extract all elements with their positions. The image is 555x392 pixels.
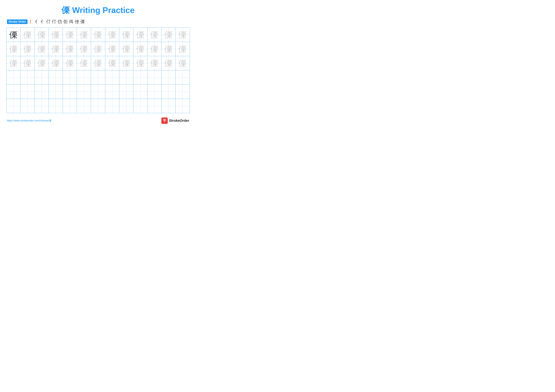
grid-cell-3-6[interactable]: 傈 (77, 56, 91, 70)
char-display: 傈 (122, 59, 130, 67)
grid-cell-4-8[interactable] (105, 70, 119, 85)
grid-cell-2-13[interactable]: 傈 (175, 42, 190, 56)
grid-cell-6-6[interactable] (77, 99, 91, 113)
grid-cell-2-9[interactable]: 傈 (119, 42, 133, 56)
grid-cell-5-3[interactable] (35, 85, 49, 99)
grid-cell-5-5[interactable] (63, 85, 77, 99)
grid-cell-5-6[interactable] (77, 85, 91, 99)
stroke-4: 仃 (46, 19, 51, 25)
stroke-sequence: 丿 亻 亻 仃 仃 仂 佢 佴 侳 傈 (29, 19, 85, 25)
grid-cell-3-5[interactable]: 傈 (63, 56, 77, 70)
char-display: 傈 (150, 31, 159, 39)
grid-cell-6-3[interactable] (35, 99, 49, 113)
grid-cell-5-11[interactable] (147, 85, 161, 99)
grid-row-3: 傈 傈 傈 傈 傈 傈 傈 傈 傈 傈 傈 傈 傈 (7, 56, 190, 70)
grid-cell-3-12[interactable]: 傈 (161, 56, 175, 70)
practice-grid: 傈 傈 傈 傈 傈 傈 傈 傈 傈 傈 傈 傈 傈 傈 傈 傈 傈 傈 傈 傈 … (6, 28, 190, 113)
grid-cell-5-13[interactable] (175, 85, 190, 99)
grid-cell-3-10[interactable]: 傈 (133, 56, 147, 70)
grid-cell-4-1[interactable] (7, 70, 21, 85)
grid-cell-2-6[interactable]: 傈 (77, 42, 91, 56)
char-display: 傈 (178, 31, 187, 39)
char-display: 傈 (23, 45, 32, 53)
grid-cell-1-4[interactable]: 傈 (49, 28, 63, 42)
grid-cell-4-12[interactable] (161, 70, 175, 85)
char-display: 傈 (164, 31, 173, 39)
grid-cell-4-7[interactable] (91, 70, 105, 85)
grid-cell-2-4[interactable]: 傈 (49, 42, 63, 56)
grid-cell-6-5[interactable] (63, 99, 77, 113)
grid-cell-4-11[interactable] (147, 70, 161, 85)
grid-cell-5-9[interactable] (119, 85, 133, 99)
grid-cell-2-1[interactable]: 傈 (7, 42, 21, 56)
char-display: 傈 (122, 45, 130, 53)
stroke-8: 佴 (69, 19, 73, 25)
grid-cell-5-4[interactable] (49, 85, 63, 99)
grid-cell-6-4[interactable] (49, 99, 63, 113)
grid-cell-2-10[interactable]: 傈 (133, 42, 147, 56)
stroke-1: 丿 (29, 19, 34, 25)
grid-row-5 (7, 85, 190, 99)
grid-cell-1-10[interactable]: 傈 (133, 28, 147, 42)
grid-cell-2-5[interactable]: 傈 (63, 42, 77, 56)
grid-cell-2-7[interactable]: 傈 (91, 42, 105, 56)
grid-cell-3-3[interactable]: 傈 (35, 56, 49, 70)
grid-cell-6-12[interactable] (161, 99, 175, 113)
grid-cell-5-1[interactable] (7, 85, 21, 99)
grid-cell-5-7[interactable] (91, 85, 105, 99)
grid-cell-1-3[interactable]: 傈 (35, 28, 49, 42)
grid-cell-4-9[interactable] (119, 70, 133, 85)
grid-cell-4-13[interactable] (175, 70, 190, 85)
grid-cell-1-2[interactable]: 傈 (21, 28, 35, 42)
grid-cell-4-2[interactable] (21, 70, 35, 85)
char-display: 傈 (94, 45, 102, 53)
grid-cell-6-1[interactable] (7, 99, 21, 113)
grid-cell-1-13[interactable]: 傈 (175, 28, 190, 42)
grid-cell-2-2[interactable]: 傈 (21, 42, 35, 56)
grid-cell-1-1[interactable]: 傈 (7, 28, 21, 42)
grid-cell-2-8[interactable]: 傈 (105, 42, 119, 56)
grid-cell-1-9[interactable]: 傈 (119, 28, 133, 42)
grid-cell-3-11[interactable]: 傈 (147, 56, 161, 70)
grid-cell-3-1[interactable]: 傈 (7, 56, 21, 70)
grid-cell-1-11[interactable]: 傈 (147, 28, 161, 42)
grid-cell-1-12[interactable]: 傈 (161, 28, 175, 42)
char-display: 傈 (150, 45, 159, 53)
char-display: 傈 (51, 59, 60, 67)
stroke-9: 侳 (75, 19, 79, 25)
char-display: 傈 (164, 45, 173, 53)
grid-cell-2-11[interactable]: 傈 (147, 42, 161, 56)
grid-cell-4-6[interactable] (77, 70, 91, 85)
grid-cell-4-10[interactable] (133, 70, 147, 85)
grid-cell-4-4[interactable] (49, 70, 63, 85)
grid-cell-5-8[interactable] (105, 85, 119, 99)
grid-cell-6-2[interactable] (21, 99, 35, 113)
grid-cell-3-4[interactable]: 傈 (49, 56, 63, 70)
grid-cell-4-5[interactable] (63, 70, 77, 85)
grid-cell-5-12[interactable] (161, 85, 175, 99)
grid-cell-5-2[interactable] (21, 85, 35, 99)
grid-cell-2-12[interactable]: 傈 (161, 42, 175, 56)
grid-cell-3-2[interactable]: 傈 (21, 56, 35, 70)
stroke-2: 亻 (35, 19, 39, 25)
grid-cell-1-5[interactable]: 傈 (63, 28, 77, 42)
title-section: 傈 Writing Practice (6, 5, 190, 16)
grid-cell-1-6[interactable]: 傈 (77, 28, 91, 42)
grid-cell-6-7[interactable] (91, 99, 105, 113)
grid-cell-3-9[interactable]: 傈 (119, 56, 133, 70)
grid-cell-6-9[interactable] (119, 99, 133, 113)
char-display: 傈 (136, 45, 145, 53)
grid-cell-3-13[interactable]: 傈 (175, 56, 190, 70)
grid-cell-6-10[interactable] (133, 99, 147, 113)
grid-cell-5-10[interactable] (133, 85, 147, 99)
grid-row-6 (7, 99, 190, 113)
grid-cell-1-8[interactable]: 傈 (105, 28, 119, 42)
grid-cell-6-11[interactable] (147, 99, 161, 113)
grid-cell-6-8[interactable] (105, 99, 119, 113)
grid-cell-3-8[interactable]: 傈 (105, 56, 119, 70)
grid-cell-6-13[interactable] (175, 99, 190, 113)
grid-cell-4-3[interactable] (35, 70, 49, 85)
grid-cell-2-3[interactable]: 傈 (35, 42, 49, 56)
grid-cell-1-7[interactable]: 傈 (91, 28, 105, 42)
grid-cell-3-7[interactable]: 傈 (91, 56, 105, 70)
